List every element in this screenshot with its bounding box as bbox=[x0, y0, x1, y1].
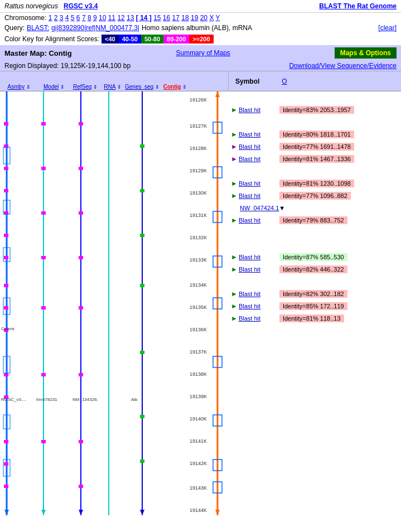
clear-link[interactable]: [clear] bbox=[378, 24, 397, 32]
svg-rect-45 bbox=[4, 462, 8, 466]
chrom-1[interactable]: 1 bbox=[49, 14, 52, 22]
model-sort[interactable]: ⇕ bbox=[60, 84, 65, 90]
version-link[interactable]: RGSC v3.4 bbox=[64, 2, 98, 10]
chrom-y[interactable]: Y bbox=[216, 14, 220, 22]
svg-text:19139K: 19139K bbox=[190, 394, 207, 399]
spacer-top bbox=[229, 91, 401, 104]
chrom-19[interactable]: 19 bbox=[191, 14, 198, 22]
chrom-6[interactable]: 6 bbox=[76, 14, 80, 22]
blast-hit-link-3[interactable]: Blast hit bbox=[239, 143, 275, 150]
arrow-3: ► bbox=[231, 143, 238, 151]
th-genes: Genes_seq ⇕ bbox=[125, 84, 160, 90]
o-col-header[interactable]: O bbox=[282, 78, 287, 85]
download-view-link[interactable]: Download/View Sequence/Evidence bbox=[289, 62, 397, 70]
chrom-5[interactable]: 5 bbox=[71, 14, 75, 22]
chrom-8[interactable]: 8 bbox=[88, 14, 91, 22]
arrow-4: ► bbox=[231, 155, 238, 163]
nw-arrow: ▼ bbox=[279, 205, 285, 211]
color-key-row: Color Key for Alignment Scores: <40 40-5… bbox=[0, 33, 401, 45]
svg-text:19133K: 19133K bbox=[190, 257, 207, 263]
chrom-4[interactable]: 4 bbox=[65, 14, 69, 22]
svg-rect-69 bbox=[140, 144, 144, 148]
blast-identity-6: Identity=77% 1096..882 bbox=[279, 192, 351, 200]
genes-sort[interactable]: ⇕ bbox=[155, 84, 160, 90]
chrom-20[interactable]: 20 bbox=[200, 14, 207, 22]
blast-hit-link-1[interactable]: Blast hit bbox=[239, 107, 275, 113]
svg-text:hnm78231: hnm78231 bbox=[36, 397, 57, 402]
blast-query-link[interactable]: BLAST: bbox=[27, 24, 49, 32]
blast-hit-link-11[interactable]: Blast hit bbox=[239, 303, 275, 309]
chromosome-row: Chromosome: 1 2 3 4 5 6 7 8 9 10 11 12 1… bbox=[0, 13, 401, 23]
arrow-5: ► bbox=[231, 180, 238, 187]
contig-link[interactable]: Contig bbox=[163, 84, 181, 90]
blast-hit-link-10[interactable]: Blast hit bbox=[239, 291, 275, 297]
chrom-18[interactable]: 18 bbox=[181, 14, 189, 22]
svg-text:19144K: 19144K bbox=[190, 507, 207, 513]
chrom-16[interactable]: 16 bbox=[163, 14, 170, 22]
blast-row-2: ► Blast hit Identity=80% 1818..1701 bbox=[229, 128, 401, 141]
chrom-12[interactable]: 12 bbox=[117, 14, 124, 22]
contig-sort[interactable]: ⇕ bbox=[182, 84, 187, 90]
asmby-sort[interactable]: ⇕ bbox=[26, 84, 31, 90]
svg-text:NM_134326.: NM_134326. bbox=[73, 397, 98, 402]
chrom-14-current[interactable]: [ 14 ] bbox=[136, 14, 152, 22]
svg-text:19132K: 19132K bbox=[190, 235, 207, 240]
chrom-x[interactable]: X bbox=[209, 14, 214, 22]
svg-text:19127K: 19127K bbox=[190, 123, 207, 129]
rna-link[interactable]: RNA bbox=[104, 84, 115, 90]
blast-hit-link-12[interactable]: Blast hit bbox=[239, 315, 275, 322]
arrow-10: ► bbox=[231, 290, 238, 298]
blast-hit-link-9[interactable]: Blast hit bbox=[239, 266, 275, 273]
chrom-9[interactable]: 9 bbox=[93, 14, 97, 22]
chrom-15[interactable]: 15 bbox=[153, 14, 161, 22]
svg-rect-62 bbox=[79, 167, 83, 170]
model-link[interactable]: Model bbox=[44, 84, 59, 90]
nw-link[interactable]: NW_047424.1 bbox=[240, 205, 279, 211]
svg-rect-55 bbox=[41, 167, 46, 170]
color-key-5080[interactable]: 50-80 bbox=[141, 35, 163, 43]
chrom-11[interactable]: 11 bbox=[108, 14, 115, 22]
blast-identity-11: Identity=85% 172..119 bbox=[279, 302, 347, 310]
svg-rect-32 bbox=[4, 122, 8, 125]
svg-rect-68 bbox=[79, 485, 83, 488]
chrom-13[interactable]: 13 bbox=[127, 14, 134, 22]
refseq-link[interactable]: RefSeq bbox=[73, 84, 91, 90]
blast-hit-link-4[interactable]: Blast hit bbox=[239, 156, 275, 162]
header-right: BLAST The Rat Genome bbox=[319, 2, 397, 10]
spacer-10 bbox=[229, 275, 401, 288]
accession-link[interactable]: gi|8392890|ref|NM_000477.3| bbox=[51, 24, 139, 32]
svg-text:19129K: 19129K bbox=[190, 168, 207, 173]
color-key-80200[interactable]: 80-200 bbox=[163, 35, 189, 43]
color-key-4050[interactable]: 40-50 bbox=[119, 35, 141, 43]
color-key-lt40[interactable]: <40 bbox=[102, 35, 119, 43]
blast-genome-link[interactable]: BLAST The Rat Genome bbox=[319, 2, 397, 10]
chrom-3[interactable]: 3 bbox=[60, 14, 64, 22]
chrom-10[interactable]: 10 bbox=[99, 14, 106, 22]
query-label: Query: bbox=[4, 24, 25, 32]
genes-link[interactable]: Genes_seq bbox=[125, 84, 153, 90]
svg-rect-74 bbox=[140, 415, 144, 418]
blast-hit-link-2[interactable]: Blast hit bbox=[239, 131, 275, 138]
svg-rect-70 bbox=[140, 189, 144, 192]
blast-hit-link-8[interactable]: Blast hit bbox=[239, 254, 275, 260]
blast-identity-3: Identity=77% 1691..1478 bbox=[279, 143, 354, 151]
annotation-panel: Symbol O ► Blast hit Identity=83% 2053..… bbox=[229, 71, 401, 515]
svg-text:19126K: 19126K bbox=[190, 97, 207, 103]
chrom-17[interactable]: 17 bbox=[172, 14, 180, 22]
blast-row-1: ► Blast hit Identity=83% 2053..1957 bbox=[229, 104, 401, 116]
blast-hit-link-6[interactable]: Blast hit bbox=[239, 192, 275, 199]
chrom-2[interactable]: 2 bbox=[54, 14, 58, 22]
summary-of-maps-link[interactable]: Summary of Maps bbox=[176, 49, 230, 57]
blast-hit-link-5[interactable]: Blast hit bbox=[239, 180, 275, 187]
blast-hit-link-7[interactable]: Blast hit bbox=[239, 217, 275, 224]
chrom-7[interactable]: 7 bbox=[82, 14, 86, 22]
svg-rect-54 bbox=[41, 122, 46, 125]
query-row: Query: BLAST: gi|8392890|ref|NM_000477.3… bbox=[0, 23, 401, 33]
maps-options-button[interactable]: Maps & Options bbox=[335, 47, 397, 59]
asmby-link[interactable]: Asmby bbox=[7, 84, 25, 90]
refseq-sort[interactable]: ⇕ bbox=[93, 84, 98, 90]
symbol-col-header: Symbol bbox=[235, 78, 259, 85]
rna-sort[interactable]: ⇕ bbox=[117, 84, 122, 90]
color-key-gte200[interactable]: >=200 bbox=[189, 35, 213, 43]
svg-text:19143K: 19143K bbox=[190, 485, 207, 491]
